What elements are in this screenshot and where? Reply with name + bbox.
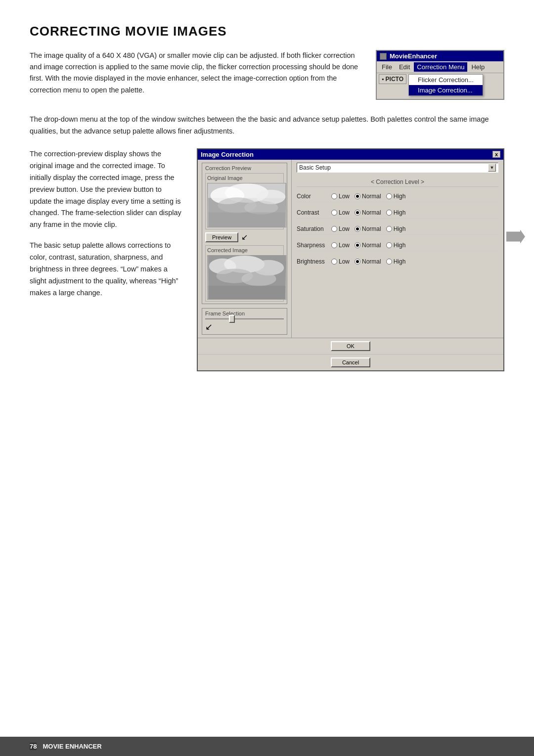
dialog-footer: OK Cancel: [198, 338, 503, 370]
dialog-title: Image Correction: [201, 151, 254, 158]
color-options: Low Normal High: [331, 193, 405, 200]
sharpness-low[interactable]: Low: [331, 242, 350, 249]
menu-item-image[interactable]: Image Correction...: [409, 85, 483, 95]
brightness-label: Brightness: [297, 258, 331, 265]
sharpness-high-label: High: [394, 242, 406, 249]
color-high[interactable]: High: [386, 193, 406, 200]
color-high-radio[interactable]: [386, 193, 392, 199]
page-title: CORRECTING MOVIE IMAGES: [30, 24, 504, 39]
color-low-radio[interactable]: [331, 193, 337, 199]
contrast-label: Contrast: [297, 209, 331, 216]
contrast-low-radio[interactable]: [331, 210, 337, 216]
desc-para2: The basic setup palette allows correctio…: [30, 240, 183, 299]
body-text2: The drop-down menu at the top of the win…: [30, 114, 504, 137]
sharpness-label: Sharpness: [297, 242, 331, 249]
color-high-label: High: [394, 193, 406, 200]
movieenhancer-widget: MovieEnhancer File Edit Correction Menu …: [376, 50, 504, 100]
saturation-normal[interactable]: Normal: [355, 225, 381, 232]
sharpness-normal-label: Normal: [362, 242, 381, 249]
ok-button[interactable]: OK: [331, 341, 370, 351]
frame-cursor-icon: ↙: [205, 321, 213, 332]
saturation-low-label: Low: [339, 225, 350, 232]
svg-point-6: [244, 201, 278, 214]
movieenhancer-titlebar: MovieEnhancer: [377, 51, 503, 61]
radio-row-color: Color Low Normal: [297, 191, 498, 202]
sharpness-low-label: Low: [339, 242, 350, 249]
correction-preview-group: Correction Preview Original Image: [202, 163, 287, 304]
movieenhancer-body: ▪ PICTO Flicker Correction... Image Corr…: [377, 73, 503, 99]
color-normal-radio[interactable]: [355, 193, 360, 199]
brightness-high[interactable]: High: [386, 258, 406, 265]
slider-row: [205, 318, 284, 319]
main-section: The correction-preview display shows the…: [30, 148, 504, 371]
correction-preview-label: Correction Preview: [205, 165, 284, 171]
contrast-normal-label: Normal: [362, 209, 381, 216]
menu-help[interactable]: Help: [468, 62, 488, 72]
slider-thumb[interactable]: [229, 315, 235, 323]
sharpness-low-radio[interactable]: [331, 242, 337, 248]
original-image-label: Original Image: [207, 175, 282, 181]
intro-section: The image quality of a 640 X 480 (VGA) o…: [30, 50, 504, 100]
brightness-normal-radio[interactable]: [355, 259, 360, 265]
sharpness-high-radio[interactable]: [386, 242, 392, 248]
preview-button[interactable]: Preview: [205, 232, 238, 242]
contrast-low[interactable]: Low: [331, 209, 350, 216]
frame-selection-group: Frame Selection ↙: [202, 308, 287, 335]
correction-level-label: < Correction Level >: [297, 178, 498, 187]
setup-header: Basic Setup ▼: [297, 163, 498, 173]
original-image-group: Original Image: [205, 173, 284, 229]
saturation-high[interactable]: High: [386, 225, 406, 232]
color-low[interactable]: Low: [331, 193, 350, 200]
brightness-low-label: Low: [339, 258, 350, 265]
setup-dropdown[interactable]: Basic Setup ▼: [297, 163, 498, 173]
svg-point-13: [241, 271, 276, 286]
contrast-normal[interactable]: Normal: [355, 209, 381, 216]
menu-file[interactable]: File: [379, 62, 395, 72]
saturation-normal-radio[interactable]: [355, 226, 360, 232]
saturation-low-radio[interactable]: [331, 226, 337, 232]
brightness-normal[interactable]: Normal: [355, 258, 381, 265]
brightness-low-radio[interactable]: [331, 259, 337, 265]
menu-correction[interactable]: Correction Menu: [414, 62, 467, 72]
saturation-low[interactable]: Low: [331, 225, 350, 232]
frame-slider[interactable]: [205, 318, 284, 319]
picto-label: ▪ PICTO: [379, 74, 406, 84]
contrast-normal-radio[interactable]: [355, 210, 360, 216]
dialog-body: Correction Preview Original Image: [198, 160, 503, 338]
sharpness-options: Low Normal High: [331, 242, 405, 249]
movieenhancer-title: MovieEnhancer: [390, 52, 437, 60]
frame-selection-label: Frame Selection: [205, 311, 284, 316]
brightness-options: Low Normal High: [331, 258, 405, 265]
brightness-high-radio[interactable]: [386, 259, 392, 265]
cancel-button[interactable]: Cancel: [331, 357, 370, 367]
contrast-high-radio[interactable]: [386, 210, 392, 216]
corrected-image-label: Corrected Image: [207, 247, 282, 253]
dialog-close-button[interactable]: x: [492, 151, 500, 158]
corrected-image-placeholder: [207, 255, 286, 300]
color-normal-label: Normal: [362, 193, 381, 200]
preview-btn-row: Preview ↙: [205, 232, 284, 242]
color-label: Color: [297, 193, 331, 200]
svg-rect-7: [208, 213, 285, 227]
movieenhancer-menubar: File Edit Correction Menu Help: [377, 61, 503, 73]
left-description: The correction-preview display shows the…: [30, 148, 183, 371]
menu-edit[interactable]: Edit: [396, 62, 413, 72]
ok-button-row: OK: [198, 338, 503, 355]
contrast-low-label: Low: [339, 209, 350, 216]
brightness-normal-label: Normal: [362, 258, 381, 265]
dialog-titlebar: Image Correction x: [198, 149, 503, 160]
menu-item-flicker[interactable]: Flicker Correction...: [409, 75, 483, 85]
dialog-wrapper: Image Correction x Correction Preview Or…: [197, 148, 504, 371]
radio-rows-container: Color Low Normal: [297, 191, 498, 267]
sharpness-normal-radio[interactable]: [355, 242, 360, 248]
sharpness-normal[interactable]: Normal: [355, 242, 381, 249]
dropdown-arrow-icon[interactable]: ▼: [488, 164, 496, 172]
color-normal[interactable]: Normal: [355, 193, 381, 200]
contrast-high[interactable]: High: [386, 209, 406, 216]
original-image-placeholder: [207, 183, 286, 227]
sharpness-high[interactable]: High: [386, 242, 406, 249]
brightness-high-label: High: [394, 258, 406, 265]
saturation-high-radio[interactable]: [386, 226, 392, 232]
radio-row-saturation: Saturation Low Normal: [297, 223, 498, 235]
brightness-low[interactable]: Low: [331, 258, 350, 265]
